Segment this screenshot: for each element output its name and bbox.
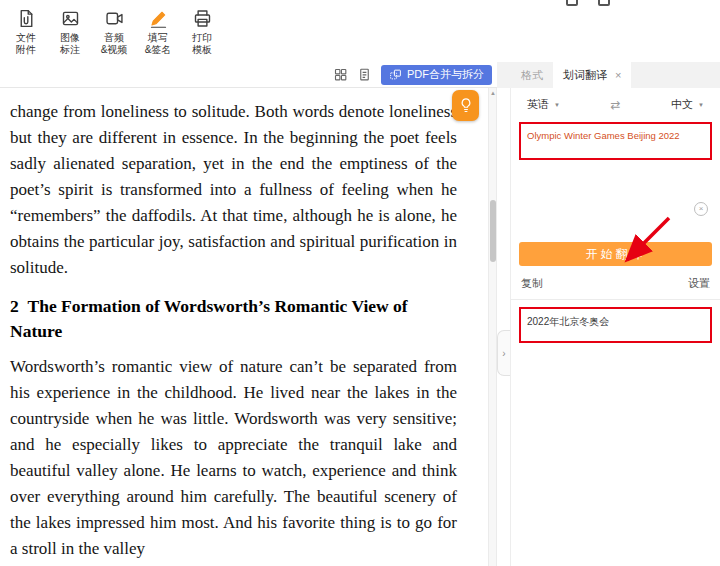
document-text: change from loneliness to solitude. Both… — [10, 99, 457, 562]
panel-tab-bar: 格式 划词翻译 × — [497, 62, 720, 88]
attachment-icon — [16, 8, 37, 29]
result-toolbar: 复制 设置 — [511, 266, 720, 300]
lightbulb-icon — [458, 97, 474, 115]
tool-label-line2: &签名 — [145, 44, 172, 55]
settings-button[interactable]: 设置 — [688, 276, 710, 291]
language-row: 英语 ▼ ⇄ 中文 ▼ — [511, 88, 720, 117]
start-translate-button[interactable]: 开始翻译 — [519, 242, 712, 266]
pdf-editor-window: 文件附件 图像标注 音频&视频 填写&签名 打印模板 PDF合 — [0, 0, 720, 566]
tool-file-attachment[interactable]: 文件附件 — [6, 6, 46, 56]
source-language-value: 英语 — [527, 97, 549, 112]
document-paragraph-1: change from loneliness to solitude. Both… — [10, 99, 457, 281]
tool-label-line1: 文件 — [16, 32, 36, 43]
tool-fill-sign[interactable]: 填写&签名 — [138, 6, 178, 56]
tool-label: 打印模板 — [192, 32, 212, 56]
pdf-merge-split-button[interactable]: PDF合并与拆分 — [381, 65, 492, 85]
copy-button[interactable]: 复制 — [521, 276, 543, 291]
translation-result-box: 2022年北京冬奥会 — [519, 307, 712, 343]
tool-label-line1: 打印 — [192, 32, 212, 43]
chevron-right-icon: › — [502, 348, 505, 359]
tool-label: 文件附件 — [16, 32, 36, 56]
section-heading: 2 The Formation of Wordsworth’s Romantic… — [10, 294, 430, 344]
tab-translate[interactable]: 划词翻译 × — [553, 62, 631, 88]
tool-label-line1: 音频 — [104, 32, 124, 43]
tool-label-line2: 附件 — [16, 44, 36, 55]
page-view-icon[interactable] — [357, 67, 372, 82]
chevron-down-icon: ▼ — [698, 102, 704, 108]
source-text-box[interactable]: Olympic Winter Games Beijing 2022 — [519, 122, 712, 160]
main-toolbar: 文件附件 图像标注 音频&视频 填写&签名 打印模板 — [0, 0, 720, 62]
image-annotation-icon — [60, 8, 81, 29]
thumbnail-grid-icon[interactable] — [333, 67, 348, 82]
tool-label-line2: 模板 — [192, 44, 212, 55]
tool-audio-video[interactable]: 音频&视频 — [94, 6, 134, 56]
merge-split-label: PDF合并与拆分 — [407, 67, 484, 82]
close-icon[interactable]: × — [615, 69, 621, 81]
clear-row: × — [511, 202, 708, 216]
tab-format[interactable]: 格式 — [511, 62, 553, 88]
target-language-select[interactable]: 中文 ▼ — [671, 97, 704, 112]
document-page: change from loneliness to solitude. Both… — [0, 88, 488, 566]
panel-collapse-handle[interactable]: › — [497, 330, 510, 376]
tool-image-annotation[interactable]: 图像标注 — [50, 6, 90, 56]
scrollbar-thumb[interactable] — [490, 200, 496, 262]
source-language-select[interactable]: 英语 ▼ — [527, 97, 560, 112]
partial-toolbar-icon[interactable] — [566, 0, 578, 6]
tool-label-line1: 图像 — [60, 32, 80, 43]
document-scrollbar[interactable]: ▲ — [488, 88, 497, 566]
tool-label: 填写&签名 — [145, 32, 172, 56]
tips-bulb-button[interactable] — [452, 90, 479, 121]
audio-video-icon — [104, 8, 125, 29]
document-controls-bar: PDF合并与拆分 — [0, 62, 497, 88]
tool-label-line2: 标注 — [60, 44, 80, 55]
target-language-value: 中文 — [671, 97, 693, 112]
tool-label: 图像标注 — [60, 32, 80, 56]
clear-input-icon[interactable]: × — [694, 202, 708, 216]
tab-translate-label: 划词翻译 — [563, 68, 607, 83]
partial-toolbar-icon[interactable] — [598, 0, 610, 6]
tool-label-line1: 填写 — [148, 32, 168, 43]
printer-icon — [192, 8, 213, 29]
tool-label: 音频&视频 — [101, 32, 128, 56]
translation-panel: 英语 ▼ ⇄ 中文 ▼ Olympic Winter Games Beijing… — [510, 88, 720, 566]
scroll-up-arrow[interactable]: ▲ — [490, 90, 496, 96]
pencil-sign-icon — [148, 8, 169, 29]
document-paragraph-2: Wordsworth’s romantic view of nature can… — [10, 354, 457, 562]
chevron-down-icon: ▼ — [554, 102, 560, 108]
merge-split-icon — [389, 68, 402, 81]
tool-label-line2: &视频 — [101, 44, 128, 55]
swap-languages-icon[interactable]: ⇄ — [610, 98, 620, 112]
tool-print-template[interactable]: 打印模板 — [182, 6, 222, 56]
